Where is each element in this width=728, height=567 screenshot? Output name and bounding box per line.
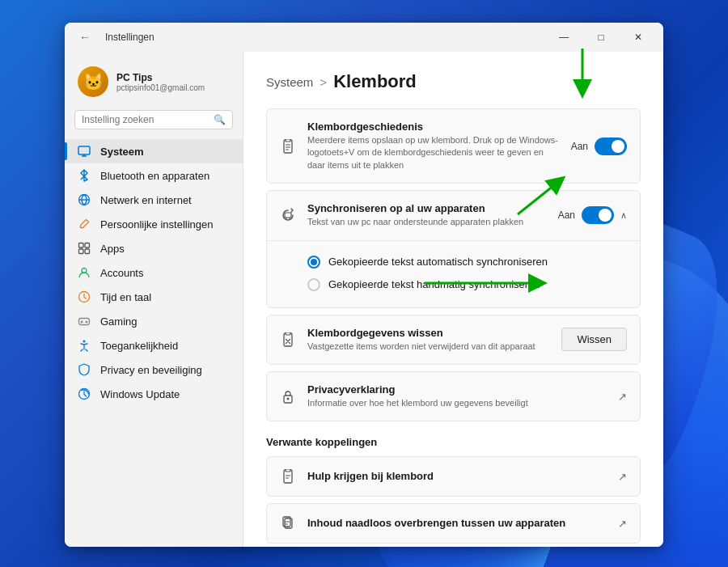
svg-rect-2 bbox=[79, 243, 84, 248]
klembordgeschiedenis-title: Klembordgeschiedenis bbox=[307, 121, 560, 133]
sidebar-label-toegankelijk: Toegankelijkheid bbox=[100, 340, 178, 352]
user-email: pctipsinfo01@gmail.com bbox=[116, 83, 205, 92]
sidebar-label-accounts: Accounts bbox=[100, 267, 143, 279]
row-wissen: Klembordgegevens wissen Vastgezette item… bbox=[267, 315, 640, 364]
back-button[interactable]: ← bbox=[74, 28, 95, 47]
netwerk-icon bbox=[78, 193, 91, 206]
arrow-annotation-3 bbox=[421, 271, 550, 295]
apps-icon bbox=[78, 242, 91, 255]
search-icon: 🔍 bbox=[214, 114, 226, 125]
privacy-icon bbox=[78, 363, 91, 376]
wissen-control: Wissen bbox=[561, 328, 627, 351]
privacy-external-link-icon[interactable]: ↗ bbox=[618, 391, 627, 403]
inhoud-icon bbox=[280, 515, 296, 531]
arrow-annotation-1 bbox=[550, 44, 615, 109]
klembordgeschiedenis-icon bbox=[280, 138, 296, 154]
window-body: 🐱 PC Tips pctipsinfo01@gmail.com 🔍 bbox=[65, 52, 663, 547]
wissen-button[interactable]: Wissen bbox=[561, 328, 627, 351]
persoonlijk-icon bbox=[78, 218, 91, 231]
svg-point-9 bbox=[83, 341, 86, 343]
sidebar-item-bluetooth[interactable]: Bluetooth en apparaten bbox=[65, 163, 243, 188]
sidebar-item-systeem[interactable]: Systeem bbox=[65, 139, 243, 163]
svg-rect-8 bbox=[79, 319, 90, 325]
privacy-setting-desc: Informatie over hoe het klembord uw gege… bbox=[307, 397, 607, 409]
sidebar-label-apps: Apps bbox=[100, 243, 125, 255]
inhoud-title: Inhoud naadloos overbrengen tussen uw ap… bbox=[307, 517, 607, 529]
svg-rect-12 bbox=[286, 139, 290, 142]
klembordgeschiedenis-toggle[interactable] bbox=[595, 138, 627, 155]
gaming-icon bbox=[78, 315, 91, 328]
sidebar-item-accounts[interactable]: Accounts bbox=[65, 260, 243, 285]
inhoud-external: ↗ bbox=[618, 518, 627, 530]
card-klembordgeschiedenis: Klembordgeschiedenis Meerdere items opsl… bbox=[266, 108, 641, 184]
sidebar-item-privacy[interactable]: Privacy en beveiliging bbox=[65, 358, 243, 382]
user-info: PC Tips pctipsinfo01@gmail.com bbox=[116, 72, 205, 92]
privacy-setting-icon bbox=[280, 388, 296, 404]
radio-automatisch[interactable]: Gekopieerde tekst automatisch synchronis… bbox=[307, 251, 627, 273]
card-privacy: Privacyverklaring Informatie over hoe he… bbox=[266, 371, 641, 421]
hulp-external-link-icon[interactable]: ↗ bbox=[618, 471, 627, 483]
sidebar: 🐱 PC Tips pctipsinfo01@gmail.com 🔍 bbox=[65, 52, 243, 547]
search-input[interactable] bbox=[82, 114, 209, 125]
wissen-desc: Vastgezette items worden niet verwijderd… bbox=[307, 341, 550, 353]
user-section: 🐱 PC Tips pctipsinfo01@gmail.com bbox=[65, 58, 243, 110]
sidebar-item-toegankelijk[interactable]: Toegankelijkheid bbox=[65, 333, 243, 358]
sidebar-label-tijd: Tijd en taal bbox=[100, 291, 151, 303]
close-button[interactable]: ✕ bbox=[620, 23, 657, 52]
breadcrumb-parent: Systeem bbox=[266, 75, 313, 89]
hulp-external: ↗ bbox=[618, 471, 627, 483]
svg-point-17 bbox=[287, 398, 290, 400]
privacy-external-control: ↗ bbox=[618, 391, 627, 403]
hulp-icon bbox=[280, 468, 296, 484]
svg-rect-5 bbox=[85, 249, 90, 254]
svg-rect-13 bbox=[285, 213, 291, 218]
klembordgeschiedenis-text: Klembordgeschiedenis Meerdere items opsl… bbox=[307, 121, 560, 171]
avatar: 🐱 bbox=[78, 66, 108, 97]
svg-rect-0 bbox=[78, 146, 90, 154]
klembordgeschiedenis-toggle-label: Aan bbox=[571, 141, 588, 152]
sidebar-label-gaming: Gaming bbox=[100, 315, 138, 328]
privacy-setting-title: Privacyverklaring bbox=[307, 383, 607, 396]
svg-rect-3 bbox=[85, 243, 90, 248]
accounts-icon bbox=[78, 266, 91, 279]
radio-handmatig-circle[interactable] bbox=[307, 278, 320, 291]
sidebar-label-persoonlijk: Persoonlijke instellingen bbox=[100, 218, 213, 231]
sidebar-item-windows[interactable]: Windows Update bbox=[65, 382, 243, 406]
bluetooth-icon bbox=[78, 169, 91, 182]
sidebar-item-netwerk[interactable]: Netwerk en internet bbox=[65, 188, 243, 212]
row-hulp[interactable]: Hulp krijgen bij klembord ↗ bbox=[267, 457, 640, 496]
row-privacy: Privacyverklaring Informatie over hoe he… bbox=[267, 372, 640, 421]
arrow-annotation-2 bbox=[502, 166, 582, 222]
sidebar-item-gaming[interactable]: Gaming bbox=[65, 309, 243, 333]
inhoud-external-link-icon[interactable]: ↗ bbox=[618, 518, 627, 530]
synchroniseren-toggle[interactable] bbox=[582, 206, 614, 224]
user-name: PC Tips bbox=[116, 72, 205, 83]
svg-rect-15 bbox=[286, 332, 290, 335]
toegankelijk-icon bbox=[78, 339, 91, 352]
svg-rect-19 bbox=[286, 469, 290, 472]
svg-rect-4 bbox=[79, 249, 84, 254]
breadcrumb-current: Klembord bbox=[333, 71, 417, 92]
sidebar-item-tijd[interactable]: Tijd en taal bbox=[65, 285, 243, 309]
sidebar-label-systeem: Systeem bbox=[100, 146, 143, 158]
content-area: Systeem > Klembord Klembordgeschieden bbox=[243, 52, 663, 547]
wissen-text: Klembordgegevens wissen Vastgezette item… bbox=[307, 327, 550, 353]
sidebar-label-windows: Windows Update bbox=[100, 388, 180, 400]
card-inhoud: Inhoud naadloos overbrengen tussen uw ap… bbox=[266, 503, 641, 544]
card-hulp: Hulp krijgen bij klembord ↗ bbox=[266, 456, 641, 497]
sidebar-label-privacy: Privacy en beveiliging bbox=[100, 364, 202, 376]
radio-automatisch-circle[interactable] bbox=[307, 256, 320, 269]
inhoud-text: Inhoud naadloos overbrengen tussen uw ap… bbox=[307, 517, 607, 531]
sidebar-item-persoonlijk[interactable]: Persoonlijke instellingen bbox=[65, 212, 243, 236]
row-inhoud[interactable]: Inhoud naadloos overbrengen tussen uw ap… bbox=[267, 504, 640, 543]
privacy-setting-text: Privacyverklaring Informatie over hoe he… bbox=[307, 383, 607, 409]
hulp-title: Hulp krijgen bij klembord bbox=[307, 470, 607, 482]
synchroniseren-chevron[interactable]: ∧ bbox=[620, 210, 627, 221]
wissen-title: Klembordgegevens wissen bbox=[307, 327, 550, 339]
sidebar-item-apps[interactable]: Apps bbox=[65, 236, 243, 260]
sidebar-label-bluetooth: Bluetooth en apparaten bbox=[100, 170, 210, 182]
search-box[interactable]: 🔍 bbox=[74, 110, 233, 129]
windows-update-icon bbox=[78, 387, 91, 400]
tijd-icon bbox=[78, 290, 91, 303]
row-klembordgeschiedenis: Klembordgeschiedenis Meerdere items opsl… bbox=[267, 109, 640, 183]
